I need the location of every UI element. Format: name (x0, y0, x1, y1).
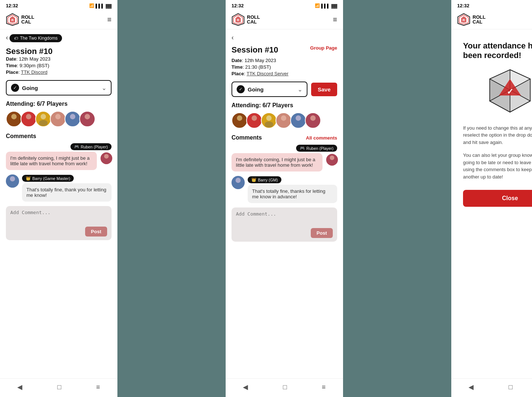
back-button-left[interactable]: ‹ (6, 34, 8, 41)
comment-1-left: 🎮 Ruben (Player) I'm definitely coming, … (6, 143, 112, 170)
svg-point-36 (330, 155, 334, 160)
signal-icon: ▌▌▌ (96, 4, 104, 8)
group-tag-left[interactable]: 🏷 The Two Kingdoms (10, 34, 62, 42)
attending-header-mid: Attending: 6/7 Players (232, 102, 337, 109)
comments-header-mid: Comments All comments (232, 134, 337, 141)
session-title-left: Session #10 (6, 47, 112, 56)
date-detail-left: Date: 12th May 2023 (6, 56, 112, 62)
nav-bar-right: ◀ □ ≡ (451, 378, 532, 397)
confirmation-text-2: You can also let your group know if you'… (463, 152, 532, 180)
app-header-left: R ROLL CAL ≡ (0, 10, 117, 29)
status-icons-left: 📶 ▌▌▌ ▓▓ (89, 3, 112, 8)
svg-point-33 (294, 122, 303, 127)
close-button-confirmation[interactable]: Close (463, 190, 532, 207)
wifi-icon-mid: 📶 (315, 3, 320, 8)
svg-point-17 (103, 159, 110, 164)
svg-point-34 (310, 115, 316, 121)
svg-point-37 (328, 160, 336, 166)
status-time-left: 12:32 (6, 3, 18, 8)
avatar-4-left (50, 111, 66, 127)
svg-text:R: R (463, 18, 465, 22)
session-details-left: Date: 12th May 2023 Time: 9:30pm (BST) P… (6, 56, 112, 75)
back-nav-icon-left[interactable]: ◀ (17, 383, 22, 391)
comments-header-left: Comments (6, 133, 112, 140)
comment-author-1-left: 🎮 Ruben (Player) (70, 143, 112, 150)
add-comment-input-left[interactable] (10, 210, 107, 224)
avatar-3-mid (261, 112, 277, 129)
logo-text-mid: ROLL CAL (247, 15, 260, 24)
home-nav-icon-right[interactable]: □ (509, 383, 513, 391)
svg-text:R: R (237, 18, 240, 22)
session-title-row-mid: Session #10 Group Page (232, 45, 337, 55)
logo-left: R ROLL CAL (6, 13, 34, 26)
svg-point-16 (104, 154, 109, 158)
time-detail-mid: Time: 21:30 (BST) (232, 64, 337, 70)
controller-icon-mid: 🎮 (300, 146, 305, 151)
post-button-left[interactable]: Post (85, 227, 107, 237)
status-icons-mid: 📶 ▌▌▌ ▓▓ (315, 3, 337, 8)
comment-text-1-left: I'm definitely coming, I might just be a… (6, 152, 97, 170)
chevron-down-icon-left: ⌄ (102, 84, 106, 91)
content-right: Your attendance has been recorded! (451, 29, 532, 378)
add-comment-input-mid[interactable] (236, 211, 333, 226)
hamburger-menu-mid[interactable]: ≡ (333, 15, 337, 24)
status-bar-right: 12:32 📶 ▌▌▌ ▓▓ (451, 0, 532, 10)
svg-point-29 (265, 122, 273, 127)
svg-point-31 (279, 122, 288, 127)
avatar-2-mid (246, 112, 262, 129)
svg-point-13 (68, 120, 77, 126)
going-check-icon-left: ✓ (11, 84, 19, 92)
svg-point-6 (26, 114, 32, 119)
going-dropdown-mid[interactable]: ✓ Going ⌄ (232, 82, 307, 97)
avatar-6-left (79, 111, 95, 127)
menu-nav-icon-left[interactable]: ≡ (96, 383, 100, 391)
all-comments-link-mid[interactable]: All comments (306, 135, 337, 141)
crown-icon: 👑 (26, 176, 31, 181)
svg-point-35 (309, 122, 317, 127)
svg-point-8 (41, 114, 46, 119)
svg-point-27 (250, 122, 259, 127)
svg-point-9 (39, 120, 48, 126)
svg-point-18 (10, 176, 15, 181)
svg-point-38 (236, 178, 241, 183)
chevron-down-icon-mid: ⌄ (298, 86, 302, 93)
save-button-mid[interactable]: Save (311, 83, 337, 96)
place-detail-mid: Place: TTK Discord Server (232, 71, 337, 76)
svg-text:R: R (11, 18, 14, 22)
comment-2-mid: 👑 Barry (GM) That's totally fine, thanks… (232, 176, 337, 203)
svg-point-19 (8, 182, 17, 188)
middle-panel: 12:32 📶 ▌▌▌ ▓▓ R ROLL CAL (226, 0, 343, 397)
hamburger-menu-left[interactable]: ≡ (107, 15, 112, 24)
back-nav-icon-right[interactable]: ◀ (469, 383, 474, 391)
back-nav-icon-mid[interactable]: ◀ (243, 383, 248, 391)
back-button-mid[interactable]: ‹ (232, 34, 234, 41)
home-nav-icon-mid[interactable]: □ (283, 383, 287, 391)
time-detail-left: Time: 9:30pm (BST) (6, 63, 112, 68)
controller-icon: 🎮 (74, 144, 79, 149)
avatar-2-left (21, 111, 37, 127)
going-check-icon-mid: ✓ (237, 85, 245, 93)
content-left: ‹ 🏷 The Two Kingdoms Session #10 Date: 1… (0, 29, 117, 378)
avatars-row-left (6, 111, 112, 127)
comment-avatar-1-mid (325, 153, 339, 166)
confirmation-section: Your attendance has been recorded! (457, 34, 532, 214)
svg-point-11 (54, 120, 62, 126)
home-nav-icon-left[interactable]: □ (57, 383, 61, 391)
avatar-1-left (6, 111, 22, 127)
svg-point-39 (234, 183, 242, 189)
signal-icon-mid: ▌▌▌ (321, 4, 330, 8)
comment-text-2-mid: That's totally fine, thanks for letting … (248, 185, 337, 203)
logo-icon-mid: R (232, 13, 245, 26)
status-bar-left: 12:32 📶 ▌▌▌ ▓▓ (0, 0, 117, 10)
comment-avatar-2-left (6, 174, 19, 188)
dice-icon-container: ✓ (463, 68, 532, 116)
group-page-link-mid[interactable]: Group Page (310, 45, 337, 51)
comment-text-1-mid: I'm definitely coming, I might just be a… (232, 153, 323, 172)
battery-icon: ▓▓ (106, 4, 112, 8)
svg-point-5 (10, 120, 18, 126)
post-button-mid[interactable]: Post (311, 228, 333, 238)
going-dropdown-left[interactable]: ✓ Going ⌄ (6, 80, 112, 95)
add-comment-box-left: Post (6, 206, 112, 240)
svg-point-7 (24, 120, 33, 126)
menu-nav-icon-mid[interactable]: ≡ (322, 383, 326, 391)
